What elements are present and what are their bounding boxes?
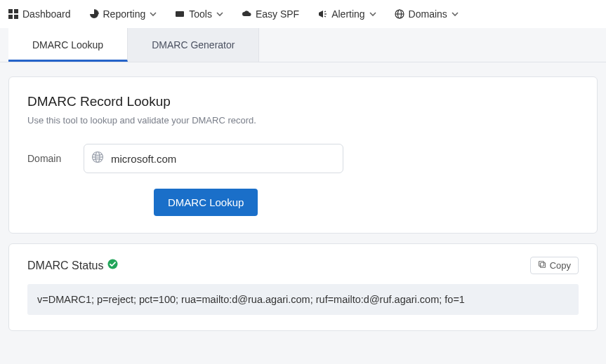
status-title-group: DMARC Status [27, 259, 118, 272]
dashboard-icon [8, 9, 18, 19]
nav-alerting[interactable]: Alerting [317, 8, 376, 20]
chevron-down-icon [150, 11, 157, 18]
content-area: DMARC Record Lookup Use this tool to loo… [0, 62, 606, 331]
svg-point-14 [108, 259, 118, 269]
nav-reporting[interactable]: Reporting [89, 8, 157, 20]
svg-rect-16 [539, 262, 544, 267]
copy-button[interactable]: Copy [530, 257, 579, 274]
status-card: DMARC Status Copy v=DMARC1; p=reject; pc… [8, 243, 598, 331]
nav-domains[interactable]: Domains [395, 8, 459, 20]
lookup-card: DMARC Record Lookup Use this tool to loo… [8, 76, 598, 234]
nav-easy-spf[interactable]: Easy SPF [242, 8, 299, 20]
nav-label: Dashboard [22, 8, 71, 20]
pie-chart-icon [89, 9, 99, 19]
dmarc-record: v=DMARC1; p=reject; pct=100; rua=mailto:… [27, 284, 579, 315]
nav-label: Tools [189, 8, 212, 20]
cloud-icon [242, 9, 251, 19]
copy-label: Copy [550, 260, 571, 271]
tab-label: DMARC Lookup [32, 39, 103, 50]
svg-rect-2 [8, 15, 13, 19]
card-title: DMARC Record Lookup [27, 94, 579, 109]
svg-line-5 [324, 11, 326, 12]
chevron-down-icon [216, 11, 223, 18]
chevron-down-icon [369, 11, 376, 18]
tools-icon [175, 9, 185, 19]
status-header: DMARC Status Copy [27, 257, 579, 274]
svg-rect-3 [14, 15, 18, 19]
megaphone-icon [317, 9, 327, 19]
nav-label: Reporting [103, 8, 146, 20]
button-row: DMARC Lookup [27, 189, 579, 216]
tabs: DMARC Lookup DMARC Generator [0, 28, 606, 62]
svg-line-7 [324, 16, 326, 17]
domain-form-row: Domain [27, 144, 579, 173]
chevron-down-icon [452, 11, 459, 18]
card-subtitle: Use this tool to lookup and validate you… [27, 115, 579, 126]
copy-icon [538, 260, 546, 271]
check-circle-icon [107, 259, 118, 272]
svg-rect-1 [14, 9, 18, 13]
domain-input[interactable] [111, 153, 336, 165]
tab-dmarc-lookup[interactable]: DMARC Lookup [8, 28, 128, 62]
domain-label: Domain [27, 153, 70, 164]
status-title: DMARC Status [27, 259, 103, 272]
nav-label: Easy SPF [256, 8, 299, 20]
globe-icon [91, 151, 104, 166]
svg-rect-15 [540, 263, 545, 268]
svg-rect-0 [8, 9, 13, 13]
tab-dmarc-generator[interactable]: DMARC Generator [128, 28, 259, 62]
dmarc-lookup-button[interactable]: DMARC Lookup [154, 189, 258, 216]
nav-label: Alerting [331, 8, 364, 20]
nav-label: Domains [409, 8, 447, 20]
top-nav: Dashboard Reporting Tools Easy SPF Alert… [0, 0, 606, 28]
nav-dashboard[interactable]: Dashboard [8, 8, 71, 20]
domain-input-wrap[interactable] [84, 144, 343, 173]
nav-tools[interactable]: Tools [175, 8, 223, 20]
globe-icon [395, 9, 404, 19]
svg-rect-4 [176, 11, 184, 17]
tab-label: DMARC Generator [152, 39, 235, 50]
